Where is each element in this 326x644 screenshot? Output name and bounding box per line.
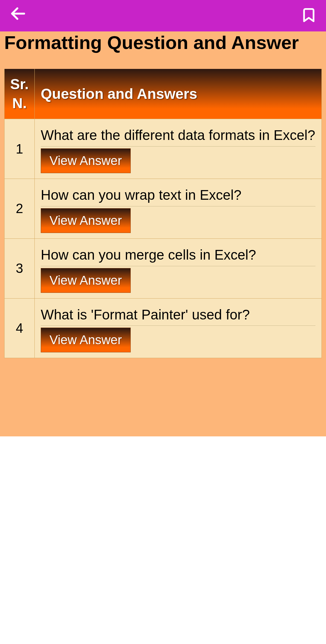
page-title: Formatting Question and Answer bbox=[4, 31, 322, 69]
sr-number: 1 bbox=[5, 119, 35, 179]
answer-section: View Answer bbox=[41, 325, 315, 352]
content-area: Formatting Question and Answer Sr. N. Qu… bbox=[0, 31, 326, 436]
table-header-srno: Sr. N. bbox=[5, 69, 35, 119]
back-icon[interactable] bbox=[9, 5, 27, 27]
table-row: 3 How can you merge cells in Excel? View… bbox=[5, 238, 322, 298]
qa-cell: How can you wrap text in Excel? View Ans… bbox=[35, 179, 322, 238]
table-row: 1 What are the different data formats in… bbox=[5, 119, 322, 179]
view-answer-button[interactable]: View Answer bbox=[41, 208, 131, 233]
qa-cell: What is 'Format Painter' used for? View … bbox=[35, 298, 322, 358]
view-answer-button[interactable]: View Answer bbox=[41, 148, 131, 173]
question-text: How can you merge cells in Excel? bbox=[41, 246, 315, 264]
answer-section: View Answer bbox=[41, 206, 315, 233]
qa-cell: What are the different data formats in E… bbox=[35, 119, 322, 179]
table-row: 4 What is 'Format Painter' used for? Vie… bbox=[5, 298, 322, 358]
answer-section: View Answer bbox=[41, 146, 315, 173]
view-answer-button[interactable]: View Answer bbox=[41, 268, 131, 293]
view-answer-button[interactable]: View Answer bbox=[41, 328, 131, 352]
qa-cell: How can you merge cells in Excel? View A… bbox=[35, 238, 322, 298]
header-bar bbox=[0, 0, 326, 31]
sr-number: 2 bbox=[5, 179, 35, 238]
sr-number: 3 bbox=[5, 238, 35, 298]
table-row: 2 How can you wrap text in Excel? View A… bbox=[5, 179, 322, 238]
question-text: What are the different data formats in E… bbox=[41, 126, 315, 144]
sr-number: 4 bbox=[5, 298, 35, 358]
qa-table: Sr. N. Question and Answers 1 What are t… bbox=[4, 69, 322, 358]
question-text: How can you wrap text in Excel? bbox=[41, 186, 315, 204]
bookmark-icon[interactable] bbox=[301, 7, 317, 24]
answer-section: View Answer bbox=[41, 266, 315, 293]
table-header-qa: Question and Answers bbox=[35, 69, 322, 119]
bottom-white-area bbox=[0, 436, 326, 644]
question-text: What is 'Format Painter' used for? bbox=[41, 306, 315, 324]
